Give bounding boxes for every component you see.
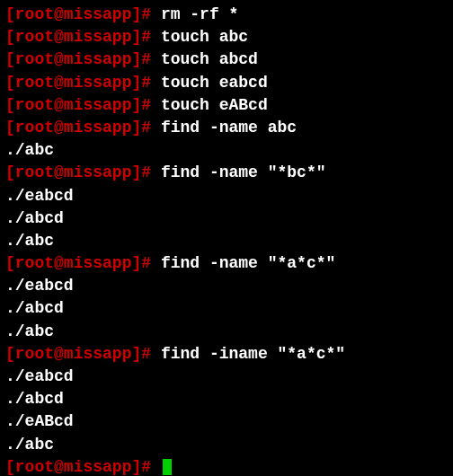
prompt-at: @	[54, 96, 64, 114]
terminal-line: ./abcd	[5, 388, 448, 410]
terminal-line: [root@missapp]# find -name abc	[5, 117, 448, 139]
prompt-at: @	[54, 28, 64, 46]
terminal-line: [root@missapp]# touch eABcd	[5, 94, 448, 117]
prompt-at: @	[54, 458, 64, 476]
command-text: find -name abc	[161, 119, 297, 137]
command-text: rm -rf *	[161, 5, 238, 23]
prompt-host: missapp	[64, 96, 132, 114]
terminal-line: ./abc	[5, 139, 448, 162]
prompt-open: [	[5, 74, 15, 92]
prompt-close: ]	[131, 254, 141, 272]
terminal-line: ./abcd	[5, 297, 448, 320]
command-text: touch eabcd	[161, 74, 268, 92]
prompt-user: root	[15, 119, 54, 137]
prompt-close: ]	[131, 163, 141, 181]
prompt-host: missapp	[64, 163, 132, 181]
prompt-at: @	[54, 163, 64, 181]
terminal-line: [root@missapp]# rm -rf *	[5, 4, 448, 26]
prompt-close: ]	[131, 119, 141, 137]
prompt-open: [	[5, 28, 15, 46]
output-text: ./abc	[5, 141, 54, 159]
prompt-at: @	[54, 345, 64, 363]
prompt-close: ]	[131, 96, 141, 114]
terminal-line: ./abc	[5, 230, 448, 252]
terminal-line: ./abc	[5, 434, 448, 456]
prompt-user: root	[15, 5, 54, 23]
prompt-at: @	[54, 254, 64, 272]
prompt-open: [	[5, 5, 15, 23]
prompt-symbol: #	[141, 28, 161, 46]
terminal-line: ./abcd	[5, 207, 448, 230]
prompt-host: missapp	[64, 458, 132, 476]
prompt-close: ]	[131, 50, 141, 68]
terminal-line: [root@missapp]# touch eabcd	[5, 72, 448, 94]
output-text: ./abcd	[5, 390, 64, 408]
output-text: ./abcd	[5, 299, 64, 317]
command-text: touch eABcd	[161, 96, 268, 114]
prompt-open: [	[5, 163, 15, 181]
output-text: ./abc	[5, 322, 54, 340]
prompt-user: root	[15, 345, 54, 363]
prompt-symbol: #	[141, 119, 161, 137]
command-text: touch abcd	[161, 50, 258, 68]
prompt-symbol: #	[141, 96, 161, 114]
prompt-close: ]	[131, 74, 141, 92]
command-text: find -name "*a*c*"	[161, 254, 335, 272]
terminal-output: [root@missapp]# rm -rf *[root@missapp]# …	[5, 4, 448, 476]
prompt-at: @	[54, 74, 64, 92]
prompt-symbol: #	[141, 254, 161, 272]
terminal-line: [root@missapp]# find -name "*a*c*"	[5, 252, 448, 275]
prompt-close: ]	[131, 345, 141, 363]
terminal-line: ./abc	[5, 321, 448, 343]
prompt-at: @	[54, 5, 64, 23]
prompt-open: [	[5, 96, 15, 114]
prompt-open: [	[5, 254, 15, 272]
command-text: touch abc	[161, 28, 248, 46]
prompt-at: @	[54, 119, 64, 137]
prompt-host: missapp	[64, 74, 132, 92]
prompt-user: root	[15, 254, 54, 272]
prompt-user: root	[15, 458, 54, 476]
prompt-host: missapp	[64, 119, 132, 137]
terminal-line: ./eABcd	[5, 410, 448, 433]
prompt-close: ]	[131, 458, 141, 476]
prompt-symbol: #	[141, 5, 161, 23]
prompt-host: missapp	[64, 50, 132, 68]
output-text: ./abc	[5, 436, 54, 454]
prompt-symbol: #	[141, 74, 161, 92]
command-text: find -name "*bc*"	[161, 163, 326, 181]
prompt-user: root	[15, 96, 54, 114]
prompt-close: ]	[131, 5, 141, 23]
prompt-host: missapp	[64, 5, 132, 23]
output-text: ./eabcd	[5, 367, 74, 385]
terminal-line: [root@missapp]# touch abcd	[5, 48, 448, 71]
output-text: ./eabcd	[5, 277, 74, 295]
prompt-host: missapp	[64, 28, 132, 46]
terminal-line: [root@missapp]# find -name "*bc*"	[5, 162, 448, 184]
output-text: ./abc	[5, 232, 54, 250]
prompt-user: root	[15, 163, 54, 181]
terminal-line: ./eabcd	[5, 185, 448, 207]
terminal-line: ./eabcd	[5, 275, 448, 297]
terminal-line: [root@missapp]# touch abc	[5, 26, 448, 48]
prompt-host: missapp	[64, 254, 132, 272]
prompt-user: root	[15, 50, 54, 68]
output-text: ./eABcd	[5, 412, 74, 430]
terminal-line: [root@missapp]#	[5, 456, 448, 476]
prompt-user: root	[15, 28, 54, 46]
prompt-symbol: #	[141, 458, 161, 476]
output-text: ./abcd	[5, 209, 64, 227]
prompt-at: @	[54, 50, 64, 68]
prompt-open: [	[5, 50, 15, 68]
prompt-user: root	[15, 74, 54, 92]
prompt-open: [	[5, 458, 15, 476]
prompt-symbol: #	[141, 50, 161, 68]
output-text: ./eabcd	[5, 187, 74, 205]
terminal-line: [root@missapp]# find -iname "*a*c*"	[5, 343, 448, 366]
prompt-symbol: #	[141, 345, 161, 363]
prompt-open: [	[5, 119, 15, 137]
prompt-symbol: #	[141, 163, 161, 181]
cursor-block[interactable]	[163, 459, 172, 475]
prompt-close: ]	[131, 28, 141, 46]
prompt-open: [	[5, 345, 15, 363]
